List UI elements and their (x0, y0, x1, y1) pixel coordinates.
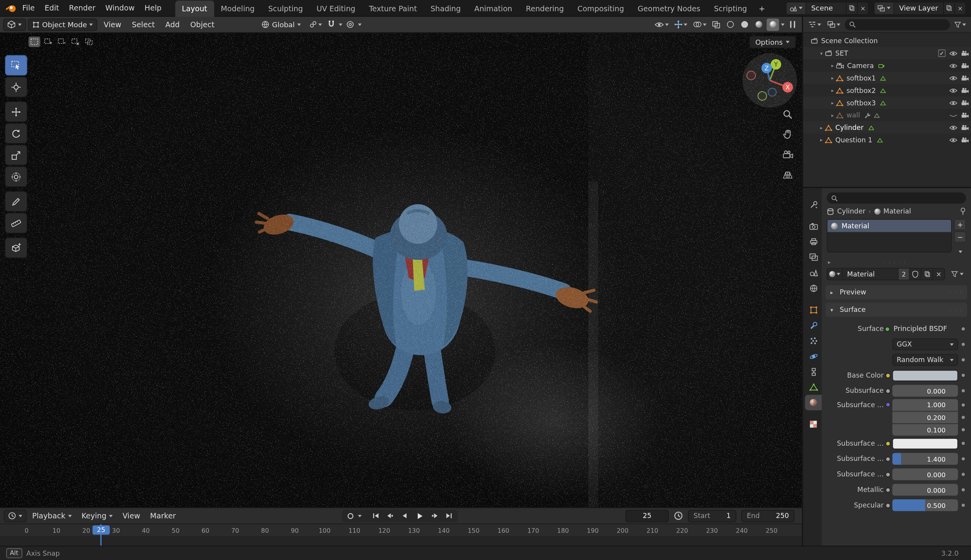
xray-toggle[interactable] (710, 18, 722, 31)
tab-compositing[interactable]: Compositing (571, 0, 631, 16)
scene-name[interactable]: Scene (806, 4, 846, 12)
navigation-gizmo[interactable]: X Y Z (741, 52, 798, 109)
editor-type-button[interactable] (3, 18, 26, 31)
distribution-dropdown[interactable]: GGX (892, 338, 958, 350)
gizmos-toggle[interactable] (673, 18, 689, 31)
viewport-menu-add[interactable]: Add (161, 16, 184, 32)
material-name-field[interactable]: Material (843, 268, 898, 280)
tab-texture-paint[interactable]: Texture Paint (362, 0, 424, 16)
panel-surface-header[interactable]: ▾ Surface : : : (826, 303, 967, 317)
pan-control[interactable] (782, 128, 794, 140)
play-reverse-button[interactable] (398, 510, 410, 522)
subsurface-radius-r-slider[interactable]: 1.000 (892, 399, 958, 411)
add-workspace-button[interactable]: + (754, 0, 770, 16)
tool-rotate[interactable] (5, 123, 27, 144)
gizmo-axis-neg-x[interactable] (747, 71, 755, 80)
outliner-search-input[interactable] (859, 21, 946, 29)
remove-slot-button[interactable]: − (954, 231, 966, 243)
hidden-eye-closed-icon[interactable] (949, 112, 957, 118)
tab-render[interactable] (805, 219, 822, 234)
animate-dot[interactable] (962, 374, 965, 377)
tool-add-cube[interactable] (5, 238, 27, 258)
breadcrumb-data[interactable]: Material (883, 207, 911, 215)
tool-transform[interactable] (5, 166, 27, 187)
properties-search-input[interactable] (841, 194, 962, 202)
subsurface-radius-b-slider[interactable]: 0.100 (892, 424, 958, 435)
tab-uv-editing[interactable]: UV Editing (310, 0, 362, 16)
view-layer-name[interactable]: View Layer (894, 4, 943, 12)
render-visibility-icon[interactable] (961, 87, 969, 93)
perspective-toggle-control[interactable] (782, 168, 794, 180)
snapping-toggle[interactable] (326, 18, 337, 31)
material-slot-item[interactable]: Material (827, 220, 951, 232)
fake-user-shield-button[interactable] (910, 268, 921, 280)
timeline-ruler[interactable]: 0102030405060708090100110120130140150160… (0, 523, 802, 546)
outliner-row-set[interactable]: ▾ SET ✓ (803, 47, 971, 60)
tab-texture[interactable] (805, 416, 822, 432)
snapping-dropdown[interactable] (339, 23, 343, 26)
panel-drag-grip[interactable]: : : : (870, 290, 962, 295)
jump-to-end-button[interactable] (443, 510, 456, 522)
animate-dot[interactable] (962, 343, 965, 346)
resize-grip[interactable]: : : : : : (831, 260, 959, 265)
subsurface-ior-slider[interactable]: 1.400 (892, 453, 958, 465)
tab-constraints[interactable] (805, 364, 822, 380)
subsurface-slider[interactable]: 0.000 (892, 385, 958, 397)
panel-drag-grip[interactable]: : : : (869, 307, 962, 312)
next-keyframe-button[interactable] (429, 510, 442, 522)
view-layer-browse-button[interactable] (875, 2, 894, 14)
unlink-material-button[interactable]: × (933, 268, 945, 280)
outliner-row-wall[interactable]: ▸ wall (803, 109, 971, 121)
expand-arrow-icon[interactable]: ▸ (828, 259, 831, 266)
select-mode-subtract-button[interactable] (56, 37, 67, 47)
disclosure-triangle[interactable]: ▸ (818, 137, 825, 142)
render-visibility-icon[interactable] (961, 100, 969, 106)
proportional-editing-dropdown[interactable] (358, 23, 362, 26)
select-mode-intersect-button[interactable] (83, 37, 95, 47)
render-visibility-icon[interactable] (961, 63, 969, 69)
tab-rendering[interactable]: Rendering (519, 0, 571, 16)
tab-modifiers[interactable] (805, 317, 822, 333)
outliner-filter-button[interactable] (952, 18, 968, 31)
current-frame-field[interactable]: 25 (626, 509, 669, 522)
panel-preview-header[interactable]: ▸ Preview : : : (826, 285, 967, 300)
subsurface-anisotropy-slider[interactable]: 0.000 (892, 469, 958, 480)
tool-cursor[interactable] (5, 77, 27, 97)
material-slot-list[interactable]: Material (827, 219, 952, 252)
end-frame-field[interactable]: End250 (741, 509, 794, 522)
disclosure-triangle[interactable]: ▸ (829, 88, 836, 93)
animate-dot[interactable] (962, 442, 965, 445)
tool-options-dropdown[interactable]: Options (749, 36, 796, 48)
tab-view-layer[interactable] (805, 249, 822, 265)
play-button[interactable] (412, 510, 428, 522)
tab-tool[interactable] (805, 197, 822, 212)
view-layer-remove-button[interactable]: × (954, 2, 966, 14)
animate-dot[interactable] (962, 428, 965, 431)
start-frame-field[interactable]: Start1 (688, 509, 736, 522)
tool-measure[interactable] (5, 213, 27, 233)
preview-range-clock-button[interactable] (674, 511, 683, 520)
add-slot-button[interactable]: + (954, 219, 966, 230)
tab-animation[interactable]: Animation (468, 0, 519, 16)
disclosure-triangle[interactable]: ▾ (818, 51, 825, 56)
pivot-dropdown[interactable] (307, 18, 324, 31)
tab-particles[interactable] (805, 333, 822, 348)
disclosure-triangle[interactable]: ▸ (818, 125, 825, 130)
gizmo-axis-neg-y[interactable] (758, 91, 766, 100)
subsurface-color-swatch[interactable] (892, 438, 958, 449)
render-visibility-icon[interactable] (961, 112, 969, 118)
auto-keying-toggle[interactable] (344, 510, 356, 522)
hide-eye-icon[interactable] (949, 75, 957, 80)
menu-render[interactable]: Render (64, 0, 100, 16)
tool-select-box[interactable] (5, 55, 27, 76)
slot-specials-dropdown[interactable] (954, 246, 966, 257)
base-color-swatch[interactable] (892, 370, 958, 381)
surface-shader-button[interactable]: Principled BSDF (883, 325, 958, 333)
outliner-row-question-1[interactable]: ▸ Question 1 (803, 134, 971, 146)
tab-scripting[interactable]: Scripting (707, 0, 754, 16)
tab-physics[interactable] (805, 348, 822, 364)
hide-eye-icon[interactable] (949, 88, 957, 93)
rendered-scene[interactable] (0, 33, 802, 507)
outliner-row-softbox3[interactable]: ▸ softbox3 (803, 96, 971, 109)
viewport-menu-select[interactable]: Select (128, 16, 159, 32)
